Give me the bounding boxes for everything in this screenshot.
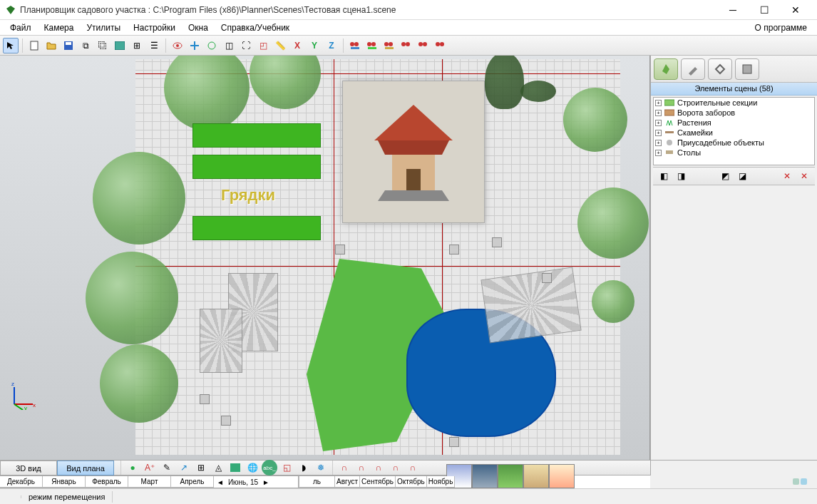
magnet-4[interactable]: ∩ bbox=[388, 460, 404, 475]
tab-tools[interactable] bbox=[681, 58, 705, 80]
tree-row[interactable]: +Строительные секции bbox=[654, 98, 814, 108]
expand-icon[interactable]: + bbox=[655, 100, 662, 106]
list-button[interactable]: ☰ bbox=[146, 38, 162, 53]
menu-camera[interactable]: Камера bbox=[38, 21, 80, 34]
view-plan-button[interactable]: Вид плана bbox=[57, 461, 114, 475]
tree-list[interactable]: +Строительные секции +Ворота заборов +Ра… bbox=[653, 97, 815, 165]
season-spring[interactable]: ВЕСНА bbox=[128, 475, 214, 488]
measure-button[interactable]: 📏 bbox=[272, 38, 288, 53]
zoom-region-button[interactable]: ◰ bbox=[255, 38, 271, 53]
tree-btn-1[interactable]: ◧ bbox=[656, 168, 672, 184]
cam6-button[interactable] bbox=[433, 38, 448, 53]
tree-row[interactable]: +Скамейки bbox=[654, 128, 814, 138]
small-object[interactable] bbox=[449, 245, 459, 254]
garden-bed[interactable] bbox=[192, 216, 321, 240]
bt-7[interactable] bbox=[227, 460, 243, 475]
image-button[interactable] bbox=[112, 38, 128, 53]
thumb-2[interactable] bbox=[472, 464, 498, 488]
expand-icon[interactable]: + bbox=[655, 110, 662, 116]
menu-utilities[interactable]: Утилиты bbox=[81, 21, 126, 34]
thumb-5[interactable] bbox=[549, 464, 575, 488]
tree-btn-4[interactable]: ◪ bbox=[735, 168, 751, 184]
cam1-button[interactable] bbox=[347, 38, 363, 53]
bt-9[interactable]: abc_ bbox=[262, 460, 277, 475]
bush-object[interactable] bbox=[520, 81, 556, 102]
zoom-fit-button[interactable]: ⛶ bbox=[238, 38, 254, 53]
season-winter[interactable]: ЗИМА bbox=[0, 475, 128, 488]
tree-row[interactable]: +Ворота заборов bbox=[654, 108, 814, 118]
tab-props[interactable] bbox=[708, 58, 732, 80]
expand-icon[interactable]: + bbox=[655, 140, 662, 146]
open-button[interactable] bbox=[43, 38, 59, 53]
menu-about[interactable]: О программе bbox=[749, 21, 813, 34]
move-tool[interactable] bbox=[187, 38, 202, 53]
bt-8[interactable]: 🌐 bbox=[245, 460, 260, 475]
small-object[interactable] bbox=[335, 245, 345, 254]
tree-object[interactable] bbox=[563, 88, 627, 152]
maximize-button[interactable]: ☐ bbox=[749, 0, 780, 20]
expand-icon[interactable]: + bbox=[655, 130, 662, 136]
magnet-2[interactable]: ∩ bbox=[354, 460, 369, 475]
garden-bed[interactable] bbox=[192, 155, 321, 179]
menu-help[interactable]: Справка/Учебник bbox=[215, 21, 295, 34]
garden-bed[interactable] bbox=[192, 123, 321, 148]
rotate-tool[interactable] bbox=[204, 38, 220, 53]
viewport[interactable]: Грядки bbox=[0, 56, 650, 460]
thumb-3[interactable] bbox=[498, 464, 523, 488]
axis-z-button[interactable]: Z bbox=[324, 38, 339, 53]
save-button[interactable] bbox=[61, 38, 76, 53]
expand-icon[interactable]: + bbox=[655, 120, 662, 126]
thumb-1[interactable] bbox=[446, 464, 472, 488]
bt-2[interactable]: A⁺ bbox=[142, 460, 158, 475]
tree-row[interactable]: +Приусадебные объекты bbox=[654, 138, 814, 148]
date-next[interactable]: ► bbox=[262, 478, 269, 486]
date-prev[interactable]: ◄ bbox=[217, 478, 224, 486]
bt-1[interactable]: ● bbox=[125, 460, 140, 475]
small-object[interactable] bbox=[449, 437, 459, 447]
small-object[interactable] bbox=[492, 237, 502, 247]
tree-row[interactable]: +Растения bbox=[654, 118, 814, 128]
magnet-3[interactable]: ∩ bbox=[371, 460, 386, 475]
tree-btn-3[interactable]: ◩ bbox=[718, 168, 734, 184]
bt-3[interactable]: ✎ bbox=[159, 460, 175, 475]
link-button[interactable]: ⧉ bbox=[78, 38, 93, 53]
axis-x-button[interactable]: X bbox=[289, 38, 305, 53]
small-object[interactable] bbox=[542, 273, 552, 283]
grid-button[interactable]: ⊞ bbox=[129, 38, 145, 53]
tree-delete-2[interactable]: ✕ bbox=[796, 168, 812, 184]
tab-materials[interactable] bbox=[735, 58, 759, 80]
cam3-button[interactable] bbox=[381, 38, 397, 53]
cam4-button[interactable] bbox=[399, 38, 414, 53]
bt-12[interactable]: ❅ bbox=[313, 460, 329, 475]
tree-row[interactable]: +Столы bbox=[654, 148, 814, 158]
menu-settings[interactable]: Настройки bbox=[128, 21, 181, 34]
tree-object[interactable] bbox=[592, 280, 634, 323]
tab-scene[interactable] bbox=[654, 58, 678, 80]
season-autumn[interactable]: ОСЕНЬ bbox=[333, 475, 447, 488]
house-tile[interactable] bbox=[342, 81, 485, 223]
tree-object[interactable] bbox=[100, 344, 178, 423]
small-object[interactable] bbox=[221, 416, 231, 426]
rocks[interactable] bbox=[200, 309, 242, 373]
tree-object[interactable] bbox=[86, 252, 178, 344]
menu-windows[interactable]: Окна bbox=[183, 21, 214, 34]
tree-object[interactable] bbox=[485, 56, 524, 109]
minimize-button[interactable]: ─ bbox=[717, 0, 749, 20]
axis-y-button[interactable]: Y bbox=[307, 38, 322, 53]
bt-10[interactable]: ◱ bbox=[279, 460, 294, 475]
cam2-button[interactable] bbox=[364, 38, 380, 53]
tree-delete-1[interactable]: ✕ bbox=[779, 168, 795, 184]
close-button[interactable]: ✕ bbox=[780, 0, 811, 20]
bt-4[interactable]: ↗ bbox=[176, 460, 192, 475]
magnet-5[interactable]: ∩ bbox=[405, 460, 421, 475]
small-object[interactable] bbox=[200, 394, 210, 404]
tree-object[interactable] bbox=[93, 152, 185, 245]
bt-11[interactable]: ◗ bbox=[296, 460, 312, 475]
new-button[interactable] bbox=[26, 38, 42, 53]
canvas[interactable]: Грядки bbox=[135, 59, 620, 455]
season-summer[interactable]: ЕТО bbox=[298, 475, 334, 488]
thumb-4[interactable] bbox=[523, 464, 549, 488]
cam5-button[interactable] bbox=[416, 38, 431, 53]
copy-button[interactable]: ⿻ bbox=[95, 38, 111, 53]
tree-btn-2[interactable]: ◨ bbox=[673, 168, 689, 184]
